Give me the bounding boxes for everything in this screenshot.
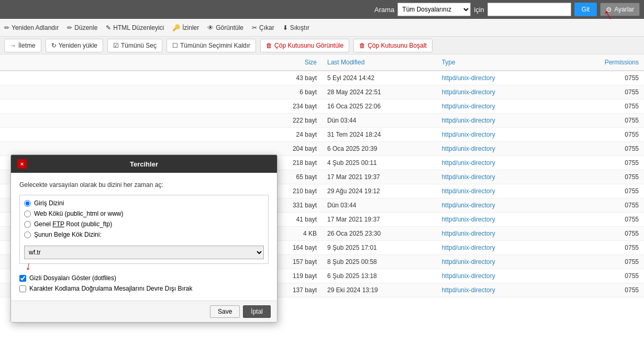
cell-type: httpd/unix-directory	[437, 184, 573, 198]
top-bar: Arama Tüm Dosyalarınız Dosya Adı Dosya İ…	[0, 0, 644, 19]
cell-type: httpd/unix-directory	[437, 198, 573, 213]
toolbar: ✏ Yeniden Adlandır ✏ Düzenle ✎ HTML Düze…	[0, 19, 644, 37]
search-scope-select[interactable]: Tüm Dosyalarınız Dosya Adı Dosya İçeriği	[397, 3, 471, 16]
cell-modified: 6 Oca 2025 20:39	[322, 142, 437, 156]
cell-size: 6 bayt	[250, 85, 322, 99]
encoding-checkbox[interactable]	[19, 285, 26, 292]
cell-modified: 31 Tem 2024 18:24	[322, 128, 437, 142]
cell-type: httpd/unix-directory	[437, 85, 573, 99]
custom-dir-select[interactable]: wf.tr	[24, 246, 264, 259]
cell-modified: 5 Eyl 2024 14:42	[322, 71, 437, 85]
permissions-icon: 🔑	[172, 24, 180, 31]
table-row[interactable]: 204 bayt 6 Oca 2025 20:39 httpd/unix-dir…	[0, 142, 644, 156]
cell-type: httpd/unix-directory	[437, 99, 573, 114]
select-all-button[interactable]: ☑ Tümünü Seç	[107, 39, 162, 52]
deselect-all-button[interactable]: ☐ Tümünün Seçimini Kaldır	[166, 39, 256, 52]
cell-modified: 6 Şub 2025 13:18	[322, 269, 437, 283]
settings-button[interactable]: ⚙ Ayarlar	[600, 3, 640, 16]
radio-custom[interactable]: Şunun Belge Kök Dizini:	[24, 231, 264, 238]
cell-modified: 4 Şub 2025 00:11	[322, 156, 437, 170]
toolbar-view[interactable]: 👁 Görüntüle	[207, 24, 243, 31]
edit-icon: ✏	[67, 24, 72, 31]
toolbar-edit[interactable]: ✏ Düzenle	[67, 24, 97, 31]
cell-modified: 29 Ağu 2024 19:12	[322, 184, 437, 198]
table-row[interactable]: 234 bayt 16 Oca 2025 22:06 httpd/unix-di…	[0, 99, 644, 114]
cell-modified: 17 Mar 2021 19:37	[322, 170, 437, 184]
toolbar-extract[interactable]: ✂ Çıkar	[252, 24, 274, 31]
modal-title: Tercihler	[17, 160, 271, 168]
save-button[interactable]: Save	[210, 305, 240, 318]
cell-permissions: 0755	[572, 85, 644, 99]
cell-type: httpd/unix-directory	[437, 128, 573, 142]
cell-type: httpd/unix-directory	[437, 71, 573, 85]
reload-button[interactable]: ↻ Yeniden yükle	[46, 39, 103, 52]
compress-icon: ⬇	[283, 24, 288, 31]
checkbox-dotfiles[interactable]: Gizli Dosyaları Göster (dotfiles)	[19, 274, 269, 282]
cell-permissions: 0755	[572, 184, 644, 198]
modal-footer: Save İptal	[11, 301, 277, 322]
cell-permissions: 0755	[572, 71, 644, 85]
col-header-modified[interactable]: Last Modified	[322, 54, 437, 71]
iletme-button[interactable]: → İletme	[4, 39, 41, 52]
cancel-button[interactable]: İptal	[243, 305, 271, 318]
col-header-type[interactable]: Type	[437, 54, 573, 71]
view-trash-button[interactable]: 🗑 Çöp Kutusunu Görüntüle	[260, 39, 349, 52]
checkbox-encoding[interactable]: Karakter Kodlama Doğrulama Mesajlarını D…	[19, 285, 269, 292]
cell-permissions: 0755	[572, 142, 644, 156]
search-input[interactable]	[487, 3, 571, 16]
radio-ftp[interactable]: Genel FTP Root (public_ftp)	[24, 220, 264, 228]
cell-name	[0, 114, 250, 128]
radio-web[interactable]: Web Kökü (public_html or www)	[24, 210, 264, 217]
checkbox-group: Gizli Dosyaları Göster (dotfiles) Karakt…	[19, 270, 269, 292]
cell-name	[0, 85, 250, 99]
cell-size: 24 bayt	[250, 128, 322, 142]
empty-trash-button[interactable]: 🗑 Çöp Kutusunu Boşalt	[353, 39, 432, 52]
cell-modified: Dün 03:44	[322, 198, 437, 213]
cell-type: httpd/unix-directory	[437, 227, 573, 241]
radio-home[interactable]: Giriş Dizini	[24, 200, 264, 207]
iletme-icon: →	[10, 42, 16, 49]
trash-view-icon: 🗑	[266, 42, 272, 49]
select-all-icon: ☑	[113, 42, 119, 49]
cell-permissions: 0755	[572, 114, 644, 128]
trash-empty-icon: 🗑	[359, 42, 365, 49]
go-button[interactable]: Git	[574, 3, 597, 16]
modal-header: × Tercihler	[11, 155, 277, 173]
cell-permissions: 0755	[572, 170, 644, 184]
action-bar: → İletme ↻ Yeniden yükle ☑ Tümünü Seç ☐ …	[0, 37, 644, 54]
dotfiles-checkbox[interactable]	[19, 275, 26, 282]
table-row[interactable]: 43 bayt 5 Eyl 2024 14:42 httpd/unix-dire…	[0, 71, 644, 85]
cell-size: 204 bayt	[250, 142, 322, 156]
toolbar-rename[interactable]: ✏ Yeniden Adlandır	[4, 24, 59, 31]
table-row[interactable]: 222 bayt Dün 03:44 httpd/unix-directory …	[0, 114, 644, 128]
modal-scroll-area[interactable]: Giriş Dizini Web Kökü (public_html or ww…	[19, 195, 269, 264]
cell-permissions: 0755	[572, 99, 644, 114]
col-header-size[interactable]: Size	[250, 54, 322, 71]
cell-type: httpd/unix-directory	[437, 142, 573, 156]
modal-body: Gelecekte varsayılan olarak bu dizini he…	[11, 173, 277, 301]
toolbar-compress[interactable]: ⬇ Sıkıştır	[283, 24, 309, 31]
table-row[interactable]: 24 bayt 31 Tem 2024 18:24 httpd/unix-dir…	[0, 128, 644, 142]
cell-permissions: 0755	[572, 269, 644, 283]
col-header-perms[interactable]: Permissions	[572, 54, 644, 71]
cell-permissions: 0755	[572, 255, 644, 269]
col-header-name	[0, 54, 250, 71]
cell-type: httpd/unix-directory	[437, 241, 573, 255]
cell-size: 43 bayt	[250, 71, 322, 85]
cell-modified: 9 Şub 2025 17:01	[322, 241, 437, 255]
toolbar-html-editor[interactable]: ✎ HTML Düzenleyici	[106, 24, 164, 31]
cell-permissions: 0755	[572, 128, 644, 142]
icin-label: için	[474, 6, 484, 14]
cell-modified: 8 Şub 2025 00:58	[322, 255, 437, 269]
cell-type: httpd/unix-directory	[437, 114, 573, 128]
cell-modified: 28 May 2024 22:51	[322, 85, 437, 99]
html-editor-icon: ✎	[106, 24, 111, 31]
cell-type: httpd/unix-directory	[437, 170, 573, 184]
cell-modified: 29 Eki 2024 13:19	[322, 283, 437, 297]
gear-icon: ⚙	[606, 6, 612, 14]
cell-modified: Dün 03:44	[322, 114, 437, 128]
cell-permissions: 0755	[572, 213, 644, 227]
cell-size: 222 bayt	[250, 114, 322, 128]
table-row[interactable]: 6 bayt 28 May 2024 22:51 httpd/unix-dire…	[0, 85, 644, 99]
toolbar-permissions[interactable]: 🔑 İzinler	[172, 24, 199, 31]
